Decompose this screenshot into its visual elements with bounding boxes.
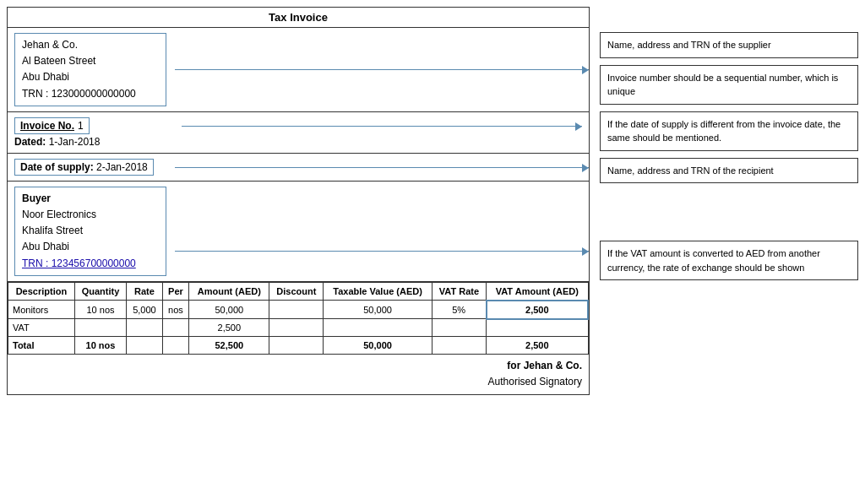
row-total-amount: 52,500 — [189, 337, 269, 355]
supplier-trn: TRN : 123000000000000 — [22, 86, 159, 102]
row-vat-vat-rate — [432, 319, 486, 337]
annotation-buyer: Name, address and TRN of the recipient — [600, 158, 858, 184]
buyer-section: Buyer Noor Electronics Khalifa Street Ab… — [8, 182, 589, 282]
row-vat-per — [162, 319, 189, 337]
col-amount: Amount (AED) — [189, 282, 269, 301]
buyer-info: Buyer Noor Electronics Khalifa Street Ab… — [14, 187, 166, 276]
supply-arrow — [175, 167, 589, 168]
supplier-name: Jehan & Co. — [22, 37, 159, 53]
row-vat-amount: 2,500 — [189, 319, 269, 337]
table-row-total: Total 10 nos 52,500 50,000 2,500 — [8, 337, 589, 355]
invoice-number-row: Invoice No. 1 — [14, 117, 582, 134]
annotations-panel: Name, address and TRN of the supplier In… — [600, 7, 858, 395]
invoice-number-section: Invoice No. 1 Dated: 1-Jan-2018 — [8, 112, 589, 154]
col-per: Per — [162, 282, 189, 301]
buyer-street: Khalifa Street — [22, 223, 159, 239]
supply-value: 2-Jan-2018 — [96, 161, 148, 173]
annotation-supplier: Name, address and TRN of the supplier — [600, 32, 858, 58]
row-vat-rate — [127, 319, 162, 337]
col-taxable-value: Taxable Value (AED) — [324, 282, 432, 301]
row-total-taxable: 50,000 — [324, 337, 432, 355]
buyer-city: Abu Dhabi — [22, 239, 159, 255]
supplier-street: Al Bateen Street — [22, 53, 159, 69]
row-vat-vat-amount — [487, 319, 588, 337]
row-total-rate — [127, 337, 162, 355]
supplier-arrow — [175, 69, 589, 70]
supply-section: Date of supply: 2-Jan-2018 — [8, 154, 589, 182]
col-vat-amount: VAT Amount (AED) — [487, 282, 588, 301]
table-header-row: Description Quantity Rate Per Amount (AE… — [8, 282, 589, 301]
row-vat-taxable — [324, 319, 432, 337]
row-monitors-rate: 5,000 — [127, 301, 162, 319]
row-monitors-desc: Monitors — [8, 301, 75, 319]
dated-row: Dated: 1-Jan-2018 — [14, 136, 582, 148]
row-monitors-qty: 10 nos — [74, 301, 126, 319]
row-monitors-vat-rate: 5% — [432, 301, 486, 319]
invoice-footer: for Jehan & Co. Authorised Signatory — [8, 355, 589, 393]
row-total-discount — [269, 337, 324, 355]
row-vat-desc: VAT — [8, 319, 75, 337]
buyer-trn: TRN : 123456700000000 — [22, 256, 159, 272]
col-rate: Rate — [127, 282, 162, 301]
row-monitors-vat-amount: 2,500 — [487, 301, 588, 319]
supplier-section: Jehan & Co. Al Bateen Street Abu Dhabi T… — [8, 28, 589, 112]
row-monitors-per: nos — [162, 301, 189, 319]
dated-value: 1-Jan-2018 — [49, 136, 101, 148]
row-monitors-amount: 50,000 — [189, 301, 269, 319]
annotation-vat-currency: If the VAT amount is converted to AED fr… — [600, 241, 858, 280]
supply-label: Date of supply: — [20, 161, 94, 173]
invoice-number-label: Invoice No. — [20, 120, 74, 132]
table-row-vat: VAT 2,500 — [8, 319, 589, 337]
row-total-vat-rate — [432, 337, 486, 355]
row-total-per — [162, 337, 189, 355]
supplier-info: Jehan & Co. Al Bateen Street Abu Dhabi T… — [14, 33, 166, 106]
invoice-number-arrow — [182, 126, 582, 127]
row-total-desc: Total — [8, 337, 75, 355]
invoice-number-box: Invoice No. 1 — [14, 117, 90, 134]
col-vat-rate: VAT Rate — [432, 282, 486, 301]
footer-company: for Jehan & Co. — [14, 358, 582, 374]
invoice-box: Tax Invoice Jehan & Co. Al Bateen Street… — [7, 7, 590, 395]
row-total-vat-amount: 2,500 — [487, 337, 588, 355]
buyer-arrow — [175, 251, 589, 252]
dated-label: Dated: — [14, 136, 46, 148]
col-description: Description — [8, 282, 75, 301]
invoice-number-value: 1 — [78, 120, 84, 132]
supplier-city: Abu Dhabi — [22, 69, 159, 85]
row-vat-qty — [74, 319, 126, 337]
footer-signatory: Authorised Signatory — [14, 374, 582, 390]
buyer-name: Noor Electronics — [22, 207, 159, 223]
main-container: Tax Invoice Jehan & Co. Al Bateen Street… — [7, 7, 858, 395]
col-quantity: Quantity — [74, 282, 126, 301]
row-total-qty: 10 nos — [74, 337, 126, 355]
buyer-label: Buyer — [22, 191, 159, 207]
row-vat-discount — [269, 319, 324, 337]
annotation-supply-date: If the date of supply is different from … — [600, 111, 858, 151]
row-monitors-taxable: 50,000 — [324, 301, 432, 319]
invoice-title: Tax Invoice — [8, 8, 589, 28]
invoice-table: Description Quantity Rate Per Amount (AE… — [8, 282, 589, 355]
table-row-monitors: Monitors 10 nos 5,000 nos 50,000 50,000 … — [8, 301, 589, 319]
supply-box: Date of supply: 2-Jan-2018 — [14, 159, 154, 176]
annotation-invoice-number: Invoice number should be a sequential nu… — [600, 65, 858, 105]
col-discount: Discount — [269, 282, 324, 301]
row-monitors-discount — [269, 301, 324, 319]
